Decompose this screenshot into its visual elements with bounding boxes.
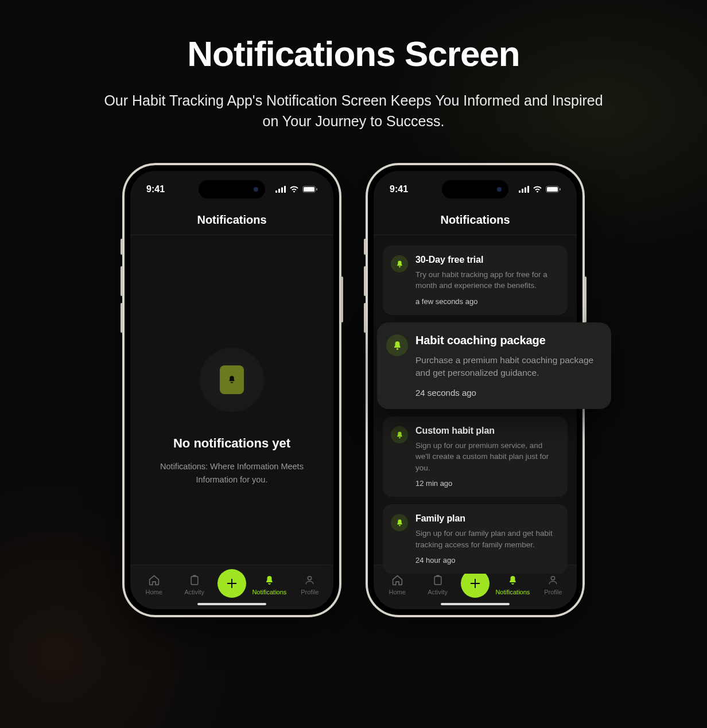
phones-row: 9:41 Notifications No notifications yet bbox=[0, 163, 707, 617]
tab-label: Activity bbox=[184, 589, 204, 595]
empty-state-title: No notifications yet bbox=[173, 436, 290, 451]
svg-rect-2 bbox=[281, 187, 283, 193]
phone-mockup-list: 9:41 Notifications Home Activ bbox=[366, 163, 585, 617]
tab-notifications[interactable]: Notifications bbox=[252, 574, 286, 595]
svg-rect-5 bbox=[304, 187, 314, 192]
tab-label: Profile bbox=[301, 589, 318, 595]
profile-icon bbox=[304, 574, 316, 586]
svg-rect-7 bbox=[191, 576, 198, 584]
svg-rect-0 bbox=[275, 190, 277, 193]
side-button bbox=[364, 239, 366, 255]
screen-header: Notifications bbox=[130, 205, 333, 235]
home-icon bbox=[147, 574, 160, 586]
svg-rect-9 bbox=[519, 190, 520, 193]
tab-label: Notifications bbox=[495, 589, 530, 595]
empty-state-text: Notifications: Where Information Meets I… bbox=[157, 460, 306, 486]
clipboard-icon bbox=[188, 574, 201, 586]
notification-title: 30-Day free trial bbox=[415, 255, 557, 265]
notification-title: Family plan bbox=[415, 513, 557, 524]
empty-state: No notifications yet Notifications: Wher… bbox=[130, 252, 333, 582]
notification-time: 12 min ago bbox=[415, 479, 557, 488]
notification-card[interactable]: 30-Day free trial Try our habit tracking… bbox=[383, 246, 568, 315]
tab-activity[interactable]: Activity bbox=[421, 574, 455, 595]
bell-icon bbox=[386, 334, 408, 356]
wifi-icon bbox=[533, 186, 542, 193]
home-icon bbox=[391, 574, 403, 586]
svg-point-8 bbox=[308, 577, 312, 580]
status-time: 9:41 bbox=[146, 184, 165, 194]
page-title: Notifications Screen bbox=[0, 0, 707, 74]
page-subtitle: Our Habit Tracking App's Notification Sc… bbox=[101, 90, 606, 132]
notification-card[interactable]: Custom habit plan Sign up for our premiu… bbox=[383, 416, 568, 497]
svg-point-18 bbox=[399, 266, 401, 267]
tab-label: Profile bbox=[544, 589, 562, 595]
battery-icon bbox=[546, 186, 561, 193]
status-icons bbox=[519, 186, 561, 193]
notification-desc: Purchase a premium habit coaching packag… bbox=[415, 354, 599, 380]
signal-icon bbox=[275, 186, 286, 193]
bell-icon bbox=[506, 574, 519, 586]
signal-icon bbox=[519, 186, 529, 193]
notification-title: Custom habit plan bbox=[415, 426, 557, 436]
tab-profile[interactable]: Profile bbox=[536, 574, 570, 595]
svg-rect-6 bbox=[316, 188, 317, 190]
side-button bbox=[364, 303, 366, 333]
home-indicator bbox=[441, 603, 510, 605]
empty-state-circle bbox=[200, 348, 264, 412]
tab-notifications[interactable]: Notifications bbox=[495, 574, 530, 595]
tab-label: Notifications bbox=[252, 589, 286, 595]
tab-label: Home bbox=[146, 589, 162, 595]
bell-icon bbox=[391, 514, 408, 531]
battery-icon bbox=[302, 186, 317, 193]
plus-icon bbox=[469, 577, 481, 590]
svg-rect-10 bbox=[522, 189, 523, 193]
notification-title: Habit coaching package bbox=[415, 334, 599, 347]
phone-mockup-empty: 9:41 Notifications No notifications yet bbox=[122, 163, 341, 617]
bell-document-icon bbox=[220, 365, 244, 394]
svg-point-20 bbox=[399, 437, 401, 438]
side-button bbox=[584, 277, 586, 322]
notification-list: 30-Day free trial Try our habit tracking… bbox=[374, 235, 577, 574]
side-button bbox=[364, 266, 366, 296]
svg-point-17 bbox=[551, 577, 555, 580]
side-button bbox=[121, 239, 123, 255]
status-icons bbox=[275, 186, 317, 193]
dynamic-island bbox=[199, 180, 265, 198]
plus-icon bbox=[226, 577, 238, 590]
tab-home[interactable]: Home bbox=[137, 574, 171, 595]
notification-desc: Sign up for our family plan and get habi… bbox=[415, 528, 557, 550]
svg-rect-3 bbox=[284, 186, 286, 193]
tab-profile[interactable]: Profile bbox=[293, 574, 327, 595]
notification-card-highlighted[interactable]: Habit coaching package Purchase a premiu… bbox=[377, 322, 611, 409]
svg-rect-11 bbox=[525, 187, 526, 193]
wifi-icon bbox=[289, 186, 299, 193]
home-indicator bbox=[197, 603, 266, 605]
notification-card[interactable]: Family plan Sign up for our family plan … bbox=[383, 504, 568, 574]
bell-icon bbox=[391, 426, 408, 443]
screen-header: Notifications bbox=[374, 205, 577, 235]
side-button bbox=[341, 277, 343, 322]
svg-point-21 bbox=[399, 525, 401, 527]
add-button[interactable] bbox=[217, 569, 246, 598]
notification-time: 24 hour ago bbox=[415, 556, 557, 565]
svg-point-19 bbox=[396, 348, 398, 349]
tab-activity[interactable]: Activity bbox=[177, 574, 212, 595]
tab-label: Activity bbox=[428, 589, 448, 595]
notification-desc: Sign up for our premium service, and we'… bbox=[415, 440, 557, 474]
profile-icon bbox=[547, 574, 560, 586]
notification-desc: Try our habit tracking app for free for … bbox=[415, 269, 557, 291]
svg-rect-14 bbox=[547, 187, 558, 192]
bell-icon bbox=[263, 574, 275, 586]
svg-rect-16 bbox=[434, 576, 441, 584]
bell-icon bbox=[391, 255, 408, 272]
side-button bbox=[121, 266, 123, 296]
tab-label: Home bbox=[389, 589, 406, 595]
status-time: 9:41 bbox=[390, 184, 408, 194]
tab-home[interactable]: Home bbox=[380, 574, 414, 595]
clipboard-icon bbox=[432, 574, 444, 586]
side-button bbox=[121, 303, 123, 333]
svg-rect-12 bbox=[527, 186, 529, 193]
notification-time: a few seconds ago bbox=[415, 297, 557, 306]
svg-rect-15 bbox=[560, 188, 561, 190]
notification-time: 24 seconds ago bbox=[415, 388, 599, 398]
